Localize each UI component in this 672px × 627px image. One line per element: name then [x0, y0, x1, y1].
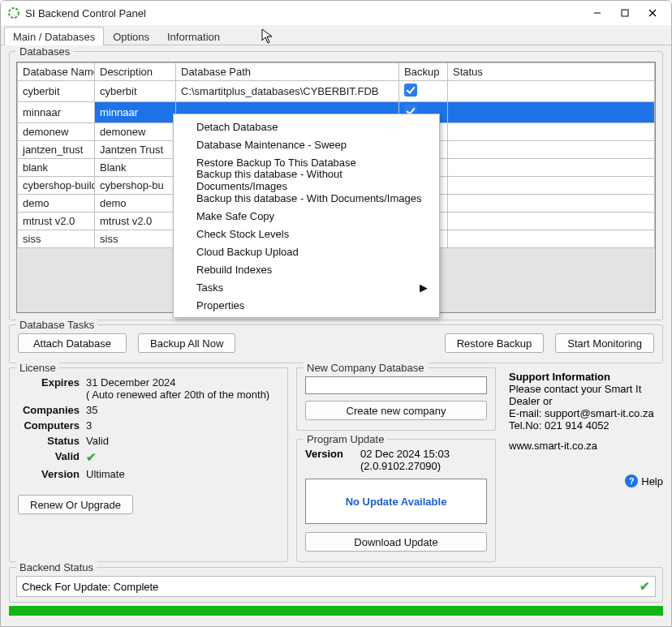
table-cell[interactable]: cybershop-bu: [95, 177, 176, 195]
help-icon[interactable]: ?: [625, 475, 638, 487]
support-heading: Support Information: [509, 371, 610, 383]
table-cell[interactable]: siss: [95, 230, 176, 248]
table-cell[interactable]: [448, 213, 655, 230]
tab-options[interactable]: Options: [104, 27, 158, 45]
table-cell[interactable]: [448, 141, 655, 159]
update-version-label: Version: [305, 448, 355, 472]
cursor-icon: [261, 28, 274, 47]
table-cell[interactable]: demonew: [95, 123, 176, 141]
table-cell[interactable]: [448, 177, 655, 195]
table-row[interactable]: cyberbitcyberbitC:\smartitplus_databases…: [18, 81, 655, 102]
context-menu-item[interactable]: Rebuild Indexes: [174, 260, 439, 278]
support-email[interactable]: support@smart-it.co.za: [545, 407, 654, 419]
table-cell[interactable]: demonew: [18, 123, 95, 141]
license-label: License: [16, 362, 59, 374]
app-icon: [7, 6, 20, 19]
submenu-arrow-icon: ▶: [420, 281, 428, 294]
col-header-status[interactable]: Status: [448, 63, 655, 81]
license-expires-value: 31 December 2024 ( Auto renewed after 20…: [86, 376, 279, 401]
table-cell[interactable]: demo: [95, 195, 176, 213]
license-status-value: Valid: [86, 435, 279, 447]
table-cell[interactable]: cybershop-builders: [18, 177, 95, 195]
tab-main-databases[interactable]: Main / Databases: [4, 27, 104, 45]
table-cell[interactable]: [448, 159, 655, 177]
backup-all-now-button[interactable]: Backup All Now: [138, 333, 235, 353]
table-cell[interactable]: [448, 230, 655, 248]
license-panel: License Expires 31 December 2024 ( Auto …: [9, 367, 288, 562]
table-cell[interactable]: minnaar: [18, 102, 95, 123]
table-cell[interactable]: cyberbit: [95, 81, 176, 102]
license-companies-value: 35: [86, 404, 279, 416]
table-cell[interactable]: cyberbit: [18, 81, 95, 102]
table-cell[interactable]: C:\smartitplus_databases\CYBERBIT.FDB: [176, 81, 399, 102]
help-link[interactable]: Help: [641, 475, 663, 487]
restore-backup-button[interactable]: Restore Backup: [445, 333, 545, 353]
support-tel-line: Tel.No: 021 914 4052: [509, 419, 658, 432]
col-header-path[interactable]: Database Path: [176, 63, 399, 81]
database-tasks-group: Database Tasks Attach Database Backup Al…: [9, 324, 663, 363]
svg-rect-2: [622, 10, 628, 16]
update-version-value: 02 Dec 2024 15:03 (2.0.9102.27090): [360, 448, 487, 472]
context-menu: Detach DatabaseDatabase Maintenance - Sw…: [173, 114, 440, 318]
table-cell[interactable]: mtrust v2.0: [18, 213, 95, 230]
table-cell[interactable]: [448, 123, 655, 141]
new-company-label: New Company Database: [304, 362, 428, 374]
license-expires-label: Expires: [18, 376, 80, 401]
license-version-value: Ultimate: [86, 468, 279, 480]
table-cell[interactable]: blank: [18, 159, 95, 177]
table-cell[interactable]: [399, 81, 448, 102]
databases-group-label: Databases: [16, 45, 73, 58]
program-update-panel: Program Update Version 02 Dec 2024 15:03…: [296, 439, 496, 562]
col-header-description[interactable]: Description: [95, 63, 176, 81]
context-menu-item[interactable]: Backup this database - Without Documents…: [174, 171, 439, 189]
attach-database-button[interactable]: Attach Database: [18, 333, 127, 353]
table-cell[interactable]: jantzen_trust: [18, 141, 95, 159]
table-cell[interactable]: mtrust v2.0: [95, 213, 176, 230]
backend-status-text: Check For Update: Complete ✔: [16, 576, 656, 597]
table-cell[interactable]: demo: [18, 195, 95, 213]
renew-or-upgrade-button[interactable]: Renew Or Upgrade: [18, 495, 133, 514]
table-cell[interactable]: [448, 81, 655, 102]
license-computers-value: 3: [86, 419, 279, 432]
minimize-button[interactable]: [584, 2, 611, 24]
license-valid-label: Valid: [18, 450, 80, 465]
support-contact-line: Please contact your Smart It Dealer or: [509, 383, 658, 407]
table-cell[interactable]: siss: [18, 230, 95, 248]
support-website[interactable]: www.smart-it.co.za: [509, 440, 658, 452]
new-company-name-input[interactable]: [305, 376, 487, 394]
context-menu-item[interactable]: Database Maintenance - Sweep: [174, 135, 439, 153]
support-email-line: E-mail: support@smart-it.co.za: [509, 407, 658, 419]
col-header-backup[interactable]: Backup: [399, 63, 448, 81]
new-company-panel: New Company Database Create new company: [296, 367, 496, 431]
title-bar: SI Backend Control Panel: [1, 1, 671, 25]
close-button[interactable]: [639, 2, 666, 24]
table-cell[interactable]: Blank: [95, 159, 176, 177]
license-computers-label: Computers: [18, 419, 80, 432]
progress-bar: [9, 606, 663, 616]
license-status-label: Status: [18, 435, 80, 447]
license-companies-label: Companies: [18, 404, 80, 416]
check-icon: ✔: [640, 579, 650, 594]
download-update-button[interactable]: Download Update: [305, 532, 487, 552]
checkbox-checked-icon[interactable]: [404, 84, 417, 97]
context-menu-item[interactable]: Tasks▶: [174, 278, 439, 296]
table-cell[interactable]: [448, 102, 655, 123]
create-new-company-button[interactable]: Create new company: [305, 401, 487, 420]
table-cell[interactable]: minnaar: [95, 102, 176, 123]
backend-status-group: Backend Status Check For Update: Complet…: [9, 567, 663, 603]
maximize-button[interactable]: [611, 2, 639, 24]
table-cell[interactable]: [448, 195, 655, 213]
context-menu-item[interactable]: Make Safe Copy: [174, 207, 439, 225]
context-menu-item[interactable]: Check Stock Levels: [174, 225, 439, 243]
col-header-name[interactable]: Database Name: [18, 63, 95, 81]
tab-information[interactable]: Information: [158, 27, 229, 45]
context-menu-item[interactable]: Cloud Backup Upload: [174, 243, 439, 260]
support-panel: Support Information Please contact your …: [504, 367, 663, 562]
check-icon: ✔: [86, 450, 97, 464]
start-monitoring-button[interactable]: Start Monitoring: [555, 333, 654, 353]
context-menu-item[interactable]: Properties: [174, 296, 439, 314]
context-menu-item[interactable]: Detach Database: [174, 118, 439, 135]
context-menu-item[interactable]: Backup this database - With Documents/Im…: [174, 189, 439, 207]
update-status-box: No Update Available: [305, 479, 487, 524]
table-cell[interactable]: Jantzen Trust: [95, 141, 176, 159]
